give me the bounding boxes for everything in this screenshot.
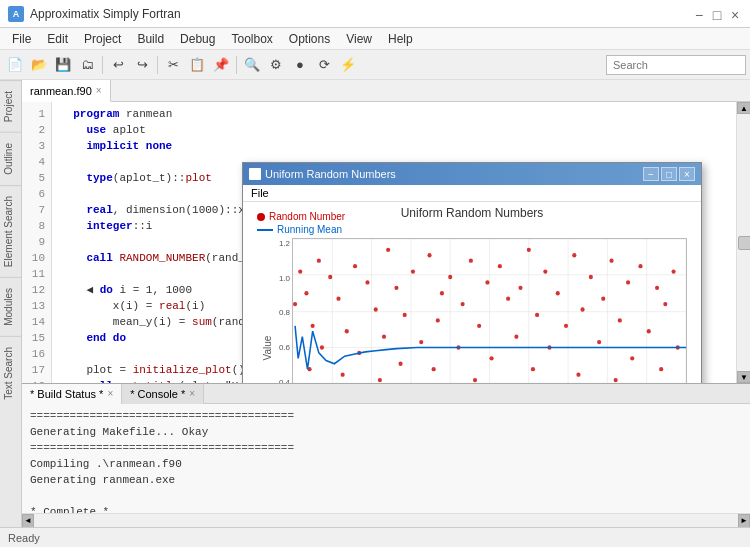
editor-tab-label: ranmean.f90	[30, 85, 92, 97]
y-axis-title: Value	[262, 335, 273, 360]
svg-point-67	[490, 356, 494, 360]
svg-point-46	[403, 313, 407, 317]
scroll-right-btn[interactable]: ►	[738, 514, 750, 528]
save-button[interactable]: 💾	[52, 54, 74, 76]
console-line-2: Generating Makefile... Okay	[30, 424, 742, 440]
chart-menu-file[interactable]: File	[251, 187, 269, 199]
svg-point-17	[293, 302, 297, 306]
svg-point-97	[614, 378, 618, 382]
svg-point-53	[432, 367, 436, 371]
chart-legend: Random Number Running Mean	[257, 211, 345, 237]
svg-point-28	[328, 275, 332, 279]
svg-point-26	[320, 345, 324, 349]
legend-label-mean: Running Mean	[277, 224, 342, 235]
console-line-7: * Complete *	[30, 504, 742, 513]
svg-point-40	[378, 378, 382, 382]
sidebar-item-outline[interactable]: Outline	[0, 132, 21, 185]
menu-debug[interactable]: Debug	[172, 30, 223, 48]
vertical-scrollbar[interactable]: ▲ ▼	[736, 102, 750, 383]
svg-point-109	[663, 302, 667, 306]
close-button[interactable]: ×	[728, 7, 742, 21]
console-close[interactable]: ×	[189, 388, 195, 399]
new-button[interactable]: 📄	[4, 54, 26, 76]
menu-project[interactable]: Project	[76, 30, 129, 48]
svg-point-80	[543, 269, 547, 273]
redo-button[interactable]: ↪	[131, 54, 153, 76]
svg-point-105	[647, 329, 651, 333]
svg-point-48	[411, 269, 415, 273]
sidebar-item-project[interactable]: Project	[0, 80, 21, 132]
toolbar-separator-1	[102, 56, 103, 74]
maximize-button[interactable]: □	[710, 7, 724, 21]
editor-tab-bar: ranmean.f90 ×	[22, 80, 750, 102]
bottom-panel: * Build Status * × * Console * × =======…	[22, 383, 750, 513]
save-all-button[interactable]: 🗂	[76, 54, 98, 76]
editor-tab-ranmean[interactable]: ranmean.f90 ×	[22, 80, 111, 102]
menu-toolbox[interactable]: Toolbox	[223, 30, 280, 48]
svg-point-111	[672, 269, 676, 273]
sidebar-item-text-search[interactable]: Text Search	[0, 336, 21, 410]
menu-build[interactable]: Build	[129, 30, 172, 48]
undo-button[interactable]: ↩	[107, 54, 129, 76]
search-input[interactable]	[606, 55, 746, 75]
paste-button[interactable]: 📌	[210, 54, 232, 76]
sidebar-item-element-search[interactable]: Element Search	[0, 185, 21, 277]
open-button[interactable]: 📂	[28, 54, 50, 76]
horizontal-scrollbar[interactable]: ◄ ►	[22, 513, 750, 527]
svg-point-42	[386, 248, 390, 252]
svg-point-103	[638, 264, 642, 268]
svg-point-101	[630, 356, 634, 360]
run-button[interactable]: ⟳	[313, 54, 335, 76]
menu-bar: File Edit Project Build Debug Toolbox Op…	[0, 28, 750, 50]
tab-console[interactable]: * Console * ×	[122, 384, 204, 404]
svg-point-73	[514, 334, 518, 338]
cut-button[interactable]: ✂	[162, 54, 184, 76]
title-bar-left: A Approximatix Simply Fortran	[8, 6, 181, 22]
sidebar-item-modules[interactable]: Modules	[0, 277, 21, 336]
svg-point-88	[576, 372, 580, 376]
gear-button[interactable]: ⚙	[265, 54, 287, 76]
console-line-3: ========================================	[30, 440, 742, 456]
menu-view[interactable]: View	[338, 30, 380, 48]
svg-point-37	[365, 280, 369, 284]
menu-edit[interactable]: Edit	[39, 30, 76, 48]
menu-file[interactable]: File	[4, 30, 39, 48]
svg-point-31	[341, 372, 345, 376]
tab-close-button[interactable]: ×	[96, 85, 102, 96]
title-bar: A Approximatix Simply Fortran − □ ×	[0, 0, 750, 28]
toolbar-separator-2	[157, 56, 158, 74]
copy-button[interactable]: 📋	[186, 54, 208, 76]
chart-minimize-button[interactable]: −	[643, 167, 659, 181]
legend-running-mean: Running Mean	[257, 224, 345, 235]
tab-build-status[interactable]: * Build Status * ×	[22, 384, 122, 404]
build-status-close[interactable]: ×	[107, 388, 113, 399]
chart-window-title: Uniform Random Numbers	[249, 168, 396, 180]
svg-point-60	[461, 302, 465, 306]
search-toolbar-button[interactable]: 🔍	[241, 54, 263, 76]
menu-options[interactable]: Options	[281, 30, 338, 48]
scroll-left-btn[interactable]: ◄	[22, 514, 34, 528]
svg-point-74	[518, 286, 522, 290]
svg-point-77	[531, 367, 535, 371]
status-text: Ready	[8, 532, 40, 544]
svg-point-55	[440, 291, 444, 295]
svg-point-100	[626, 280, 630, 284]
settings-button[interactable]: ⚡	[337, 54, 359, 76]
svg-point-64	[477, 324, 481, 328]
svg-point-78	[535, 313, 539, 317]
title-bar-controls: − □ ×	[692, 7, 742, 21]
chart-svg	[293, 239, 686, 383]
app-title: Approximatix Simply Fortran	[30, 7, 181, 21]
minimize-button[interactable]: −	[692, 7, 706, 21]
svg-point-54	[436, 318, 440, 322]
svg-point-39	[374, 307, 378, 311]
chart-title-bar: Uniform Random Numbers − □ ×	[243, 163, 701, 185]
chart-close-button[interactable]: ×	[679, 167, 695, 181]
svg-point-62	[469, 259, 473, 263]
chart-plot-area: 1.21.00.80.60.40.20.0 Value 100200300400…	[292, 238, 687, 383]
toolbar: 📄 📂 💾 🗂 ↩ ↪ ✂ 📋 📌 🔍 ⚙ ● ⟳ ⚡	[0, 50, 750, 80]
menu-help[interactable]: Help	[380, 30, 421, 48]
chart-maximize-button[interactable]: □	[661, 167, 677, 181]
console-line-5: Generating ranmean.exe	[30, 472, 742, 488]
build-button[interactable]: ●	[289, 54, 311, 76]
